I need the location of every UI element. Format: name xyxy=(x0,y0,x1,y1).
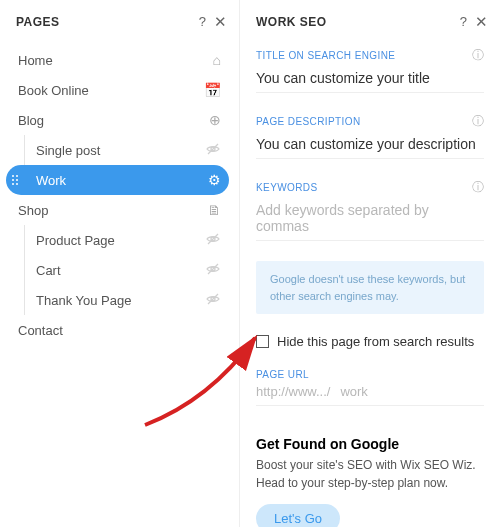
page-item-label: Work xyxy=(36,173,208,188)
description-section: PAGE DESCRIPTION ⓘ You can customize you… xyxy=(240,105,500,171)
description-input[interactable]: You can customize your description xyxy=(256,134,484,159)
svg-line-5 xyxy=(208,264,218,274)
page-item-label: Shop xyxy=(18,203,202,218)
page-item[interactable]: Blog⊕ xyxy=(6,105,229,135)
page-item-label: Cart xyxy=(36,263,205,278)
hidden-icon[interactable] xyxy=(205,261,221,280)
page-item[interactable]: Cart xyxy=(6,255,229,285)
pages-tree: Home⌂Book Online📅Blog⊕Single postWork⚙Sh… xyxy=(0,39,239,351)
keywords-note: Google doesn't use these keywords, but o… xyxy=(256,261,484,314)
info-icon[interactable]: ⓘ xyxy=(472,113,484,130)
svg-line-1 xyxy=(208,144,218,154)
hide-label: Hide this page from search results xyxy=(277,334,474,349)
seo-header-actions: ? ✕ xyxy=(460,14,488,29)
page-type-icon: 📅 xyxy=(204,82,221,98)
page-item-label: Blog xyxy=(18,113,204,128)
page-item[interactable]: Work⚙ xyxy=(6,165,229,195)
help-icon[interactable]: ? xyxy=(460,14,467,29)
close-icon[interactable]: ✕ xyxy=(475,14,488,29)
page-item-label: Book Online xyxy=(18,83,199,98)
page-item[interactable]: Home⌂ xyxy=(6,45,229,75)
keywords-label: KEYWORDS xyxy=(256,182,318,193)
pages-header-actions: ? ✕ xyxy=(199,14,227,29)
page-item-label: Product Page xyxy=(36,233,205,248)
page-item-label: Home xyxy=(18,53,208,68)
url-label: PAGE URL xyxy=(256,369,309,380)
page-item-label: Contact xyxy=(18,323,221,338)
info-icon[interactable]: ⓘ xyxy=(472,179,484,196)
pages-header: PAGES ? ✕ xyxy=(0,0,239,39)
page-item-label: Single post xyxy=(36,143,205,158)
hidden-icon[interactable] xyxy=(205,141,221,160)
checkbox-icon[interactable] xyxy=(256,335,269,348)
keywords-section: KEYWORDS ⓘ Add keywords separated by com… xyxy=(240,171,500,253)
page-item-label: Thank You Page xyxy=(36,293,205,308)
seo-title: WORK SEO xyxy=(256,15,327,29)
svg-line-3 xyxy=(208,234,218,244)
title-section: TITLE ON SEARCH ENGINE ⓘ You can customi… xyxy=(240,39,500,105)
keywords-input[interactable]: Add keywords separated by commas xyxy=(256,200,484,241)
promo-section: Get Found on Google Boost your site's SE… xyxy=(240,418,500,527)
seo-header: WORK SEO ? ✕ xyxy=(240,0,500,39)
hide-section: Hide this page from search results xyxy=(240,326,500,361)
page-item[interactable]: Single post xyxy=(6,135,229,165)
pages-panel: PAGES ? ✕ Home⌂Book Online📅Blog⊕Single p… xyxy=(0,0,240,527)
help-icon[interactable]: ? xyxy=(199,14,206,29)
hidden-icon[interactable] xyxy=(205,231,221,250)
seo-panel: WORK SEO ? ✕ TITLE ON SEARCH ENGINE ⓘ Yo… xyxy=(240,0,500,527)
promo-body: Boost your site's SEO with Wix SEO Wiz. … xyxy=(256,456,484,492)
drag-handle-icon[interactable] xyxy=(12,175,18,185)
svg-line-7 xyxy=(208,294,218,304)
page-type-icon: ⊕ xyxy=(209,112,221,128)
title-input[interactable]: You can customize your title xyxy=(256,68,484,93)
info-icon[interactable]: ⓘ xyxy=(472,47,484,64)
page-item[interactable]: Contact xyxy=(6,315,229,345)
url-section: PAGE URL http://www.../ work xyxy=(240,361,500,418)
url-prefix: http://www.../ xyxy=(256,384,330,399)
title-label: TITLE ON SEARCH ENGINE xyxy=(256,50,395,61)
hidden-icon[interactable] xyxy=(205,291,221,310)
page-type-icon: 🗎 xyxy=(207,202,221,218)
description-label: PAGE DESCRIPTION xyxy=(256,116,361,127)
gear-icon[interactable]: ⚙ xyxy=(208,172,221,188)
page-item[interactable]: Thank You Page xyxy=(6,285,229,315)
close-icon[interactable]: ✕ xyxy=(214,14,227,29)
page-item[interactable]: Product Page xyxy=(6,225,229,255)
page-item[interactable]: Book Online📅 xyxy=(6,75,229,105)
page-type-icon: ⌂ xyxy=(213,52,221,68)
page-item[interactable]: Shop🗎 xyxy=(6,195,229,225)
keywords-note-section: Google doesn't use these keywords, but o… xyxy=(240,253,500,326)
url-slug-input[interactable]: work xyxy=(340,384,367,399)
promo-title: Get Found on Google xyxy=(256,436,484,452)
pages-title: PAGES xyxy=(16,15,60,29)
lets-go-button[interactable]: Let's Go xyxy=(256,504,340,527)
hide-checkbox-row[interactable]: Hide this page from search results xyxy=(256,334,484,349)
